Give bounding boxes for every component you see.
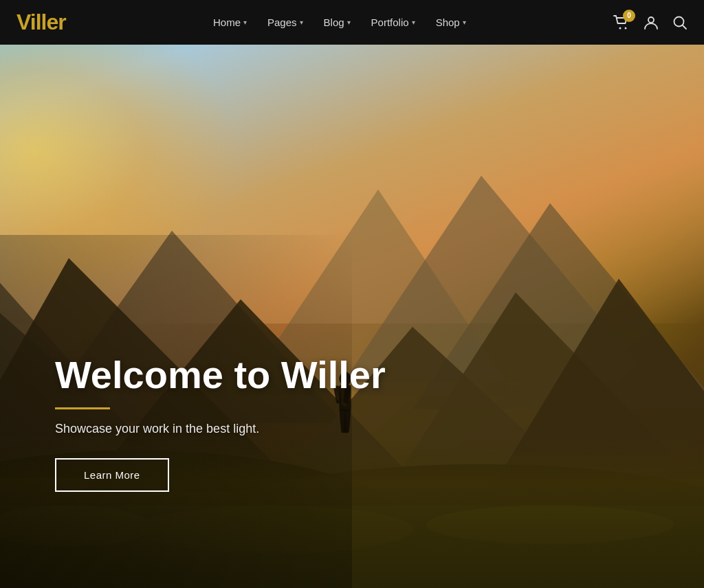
nav-item-home[interactable]: Home ▾ — [213, 16, 247, 28]
nav-item-portfolio[interactable]: Portfolio ▾ — [371, 16, 415, 28]
cart-wrapper[interactable]: 0 — [613, 15, 630, 30]
nav-link-portfolio[interactable]: Portfolio ▾ — [371, 16, 415, 28]
user-icon — [644, 15, 659, 30]
navbar: Viller Home ▾ Pages ▾ Blog ▾ Portfolio ▾ — [0, 0, 704, 45]
learn-more-button[interactable]: Learn More — [55, 458, 169, 492]
logo-prefix: Vill — [16, 10, 46, 34]
hero-section: Welcome to Willer Showcase your work in … — [0, 0, 704, 588]
nav-link-pages[interactable]: Pages ▾ — [267, 16, 303, 28]
chevron-icon: ▾ — [412, 19, 415, 26]
hero-divider — [55, 407, 110, 409]
svg-point-25 — [624, 27, 626, 29]
cart-badge: 0 — [623, 10, 635, 22]
nav-item-pages[interactable]: Pages ▾ — [267, 16, 303, 28]
hero-subtitle: Showcase your work in the best light. — [55, 422, 386, 436]
nav-item-blog[interactable]: Blog ▾ — [324, 16, 351, 28]
search-button[interactable] — [672, 15, 688, 30]
logo-highlight: e — [46, 10, 58, 34]
logo[interactable]: Viller — [16, 10, 66, 35]
nav-icons: 0 — [613, 15, 688, 30]
chevron-icon: ▾ — [347, 19, 351, 26]
nav-link-blog[interactable]: Blog ▾ — [324, 16, 351, 28]
logo-suffix: r — [58, 10, 65, 34]
search-icon — [672, 15, 688, 30]
hero-content: Welcome to Willer Showcase your work in … — [55, 354, 386, 492]
svg-point-26 — [648, 17, 654, 23]
nav-link-home[interactable]: Home ▾ — [213, 16, 247, 28]
chevron-icon: ▾ — [463, 19, 466, 26]
user-button[interactable] — [644, 15, 659, 30]
chevron-icon: ▾ — [300, 19, 303, 26]
svg-point-24 — [619, 27, 621, 29]
nav-links: Home ▾ Pages ▾ Blog ▾ Portfolio ▾ Shop — [213, 16, 466, 28]
chevron-icon: ▾ — [243, 19, 247, 26]
nav-item-shop[interactable]: Shop ▾ — [436, 16, 466, 28]
hero-title: Welcome to Willer — [55, 354, 386, 396]
nav-link-shop[interactable]: Shop ▾ — [436, 16, 466, 28]
